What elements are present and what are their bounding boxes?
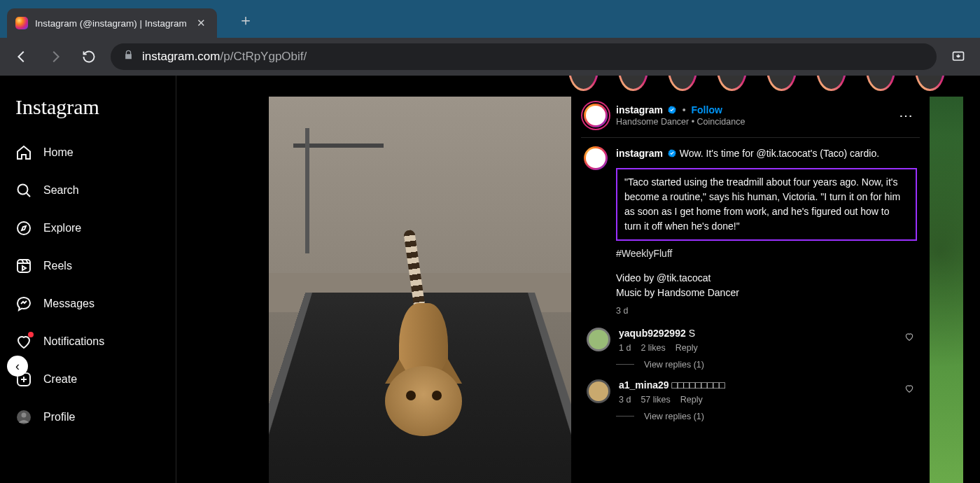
view-replies-label: View replies (1) — [644, 360, 704, 370]
sidebar-item-label: Profile — [43, 411, 75, 424]
browser-tabstrip: Instagram (@instagram) | Instagram ✕ ＋ — [0, 0, 980, 38]
post-media[interactable] — [269, 97, 571, 483]
author-avatar[interactable] — [584, 104, 608, 127]
sidebar-item-messages[interactable]: Messages — [8, 287, 167, 321]
sidebar-item-label: Messages — [43, 298, 94, 310]
story-avatar[interactable] — [915, 76, 945, 91]
story-avatar[interactable] — [866, 76, 896, 91]
story-avatar[interactable] — [618, 76, 648, 91]
post-details: instagram • Follow Handsome Dancer • Coi… — [571, 97, 930, 483]
sidebar-item-create[interactable]: Create — [8, 363, 167, 396]
new-tab-button[interactable]: ＋ — [238, 10, 253, 31]
post-header: instagram • Follow Handsome Dancer • Coi… — [581, 97, 920, 138]
lock-icon — [123, 50, 134, 64]
browser-toolbar: instagram.com/p/CtRpYgpObif/ — [0, 38, 980, 76]
instagram-favicon-icon — [15, 17, 28, 29]
sidebar-item-profile[interactable]: Profile — [8, 400, 167, 434]
sidebar-item-label: Home — [43, 146, 74, 159]
verified-badge-icon — [667, 148, 677, 158]
main-content: instagram • Follow Handsome Dancer • Coi… — [176, 76, 980, 483]
browser-tab[interactable]: Instagram (@instagram) | Instagram ✕ — [7, 8, 217, 38]
sidebar-item-label: Search — [43, 184, 79, 197]
verified-badge-icon — [667, 105, 677, 115]
svg-point-2 — [18, 222, 30, 234]
caption-credit-video: Video by @tik.tacocat — [616, 271, 917, 286]
svg-rect-3 — [18, 260, 30, 272]
comment-text: S — [689, 328, 695, 339]
sidebar-item-label: Create — [43, 373, 77, 386]
caption-quote-highlight: "Taco started using the treadmill about … — [616, 168, 917, 241]
sidebar-item-label: Notifications — [43, 335, 104, 348]
instagram-logo[interactable]: Instagram — [8, 95, 167, 132]
reels-icon — [15, 258, 32, 274]
caption-credit-music: Music by Handsome Dancer — [616, 286, 917, 300]
sidebar-item-search[interactable]: Search — [8, 174, 167, 207]
forward-button[interactable] — [43, 45, 67, 69]
story-avatar[interactable] — [766, 76, 797, 91]
comment-age: 1 d — [619, 343, 631, 353]
caption-lead: Wow. It's time for @tik.tacocat's (Taco)… — [680, 148, 879, 159]
story-avatar[interactable] — [668, 76, 698, 91]
reload-button[interactable] — [77, 45, 101, 69]
notification-dot-icon — [28, 332, 34, 337]
caption-row: instagram Wow. It's time for @tik.tacoca… — [584, 146, 917, 318]
story-avatar[interactable] — [816, 76, 846, 91]
messenger-icon — [15, 295, 32, 312]
sidebar-item-label: Reels — [43, 260, 72, 272]
comment-likes[interactable]: 2 likes — [640, 343, 665, 353]
next-post-preview[interactable] — [930, 97, 963, 483]
view-replies-button[interactable]: View replies (1) — [616, 360, 917, 370]
caption-hashtag[interactable]: #WeeklyFluff — [616, 246, 917, 261]
caption-and-comments: instagram Wow. It's time for @tik.tacoca… — [581, 138, 920, 421]
follow-button[interactable]: Follow — [692, 104, 722, 115]
author-avatar-small[interactable] — [584, 146, 608, 170]
post-age: 3 d — [616, 304, 917, 318]
separator: • — [682, 104, 686, 115]
home-icon — [15, 144, 32, 161]
url-text: instagram.com/p/CtRpYgpObif/ — [142, 50, 307, 64]
install-app-icon[interactable] — [946, 45, 970, 69]
author-username[interactable]: instagram — [616, 104, 663, 115]
sidebar-item-notifications[interactable]: Notifications — [8, 325, 167, 358]
like-comment-button[interactable] — [904, 384, 914, 396]
sidebar-item-home[interactable]: Home — [8, 136, 167, 169]
view-replies-label: View replies (1) — [644, 412, 704, 421]
stories-row — [568, 76, 945, 97]
back-button[interactable] — [10, 45, 34, 69]
comment-text: □□□□□□□□□ — [672, 379, 725, 391]
sidebar-item-explore[interactable]: Explore — [8, 211, 167, 245]
caption-username[interactable]: instagram — [616, 148, 663, 159]
commenter-avatar[interactable] — [587, 379, 610, 403]
sidebar: Instagram Home Search Explore Reels — [0, 76, 176, 483]
comment-likes[interactable]: 57 likes — [640, 395, 670, 405]
comment-reply-button[interactable]: Reply — [676, 343, 698, 353]
svg-point-6 — [22, 413, 27, 418]
comment-reply-button[interactable]: Reply — [680, 395, 703, 405]
story-avatar[interactable] — [568, 76, 598, 91]
carousel-prev-button[interactable]: ‹ — [7, 356, 28, 377]
commenter-avatar[interactable] — [587, 328, 610, 351]
like-comment-button[interactable] — [904, 332, 914, 344]
svg-point-1 — [18, 185, 28, 195]
comment-row: yaqub9292992 S 1 d 2 likes Reply — [584, 328, 917, 353]
tab-title: Instagram (@instagram) | Instagram — [35, 18, 187, 29]
search-icon — [15, 182, 32, 199]
profile-avatar-icon — [15, 409, 32, 426]
comment-username[interactable]: a1_mina29 — [619, 379, 669, 391]
story-avatar[interactable] — [717, 76, 747, 91]
comment-age: 3 d — [619, 395, 631, 405]
sidebar-item-reels[interactable]: Reels — [8, 249, 167, 283]
post-music[interactable]: Handsome Dancer • Coincidance — [616, 117, 745, 127]
url-bar[interactable]: instagram.com/p/CtRpYgpObif/ — [111, 43, 937, 70]
more-options-button[interactable]: ⋯ — [895, 104, 917, 127]
sidebar-item-label: Explore — [43, 222, 81, 234]
comment-row: a1_mina29 □□□□□□□□□ 3 d 57 likes Reply — [584, 379, 917, 405]
close-tab-icon[interactable]: ✕ — [194, 17, 209, 29]
compass-icon — [15, 220, 32, 237]
view-replies-button[interactable]: View replies (1) — [616, 412, 917, 421]
comment-username[interactable]: yaqub9292992 — [619, 328, 686, 339]
